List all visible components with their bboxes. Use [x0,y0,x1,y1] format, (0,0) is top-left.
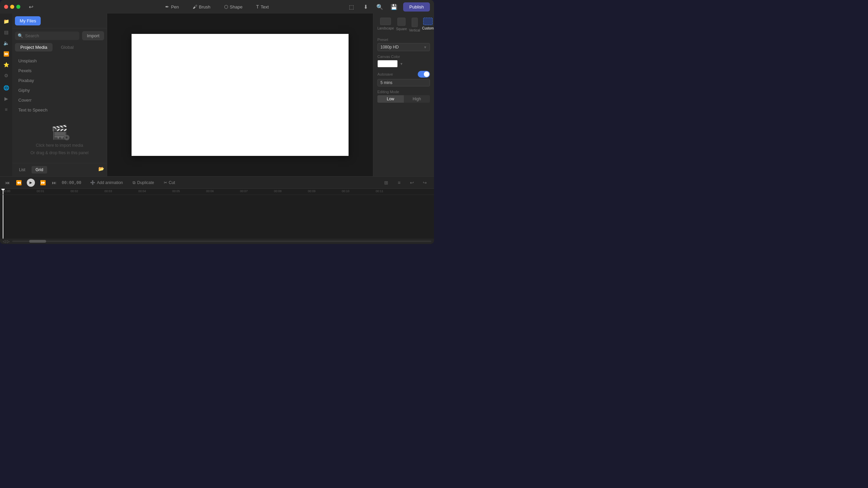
high-mode-button[interactable]: High [404,95,430,103]
search-icon: 🔍 [18,33,23,38]
scroll-track[interactable] [12,241,431,242]
timeline-toolbar: ⏮ ⏪ ▶ ⏩ ⏭ 00:00,00 ➕ Add animation ⧉ Dup… [0,177,434,189]
import-button[interactable]: Import [82,31,104,40]
preset-dropdown-arrow: ▼ [423,45,427,49]
autosave-toggle[interactable] [418,71,430,78]
step-back-button[interactable]: ⏪ [15,179,23,186]
low-mode-button[interactable]: Low [377,95,404,103]
tab-global[interactable]: Global [55,43,79,52]
pen-tool[interactable]: ✒ Pen [162,3,181,11]
traffic-lights [4,5,20,9]
preset-vertical[interactable]: Vertical [409,18,420,32]
preset-label: Preset [377,38,430,42]
sidebar-settings-icon[interactable]: ⚙ [1,70,11,81]
timeline-redo-icon[interactable]: ↪ [420,178,430,188]
autosave-time-dropdown[interactable]: 5 mins [377,79,430,86]
custom-shape [423,18,433,25]
canvas-area [107,14,373,176]
shape-tool[interactable]: ⬡ Shape [221,3,245,11]
preset-landscape[interactable]: Landscape [377,18,394,32]
my-files-button[interactable]: My Files [15,16,41,25]
color-control: ▼ [377,60,430,67]
toggle-knob [424,72,429,77]
timeline-grid-icon[interactable]: ⊞ [381,178,391,188]
sidebar-video-icon[interactable]: ⏩ [1,49,11,59]
source-giphy[interactable]: Giphy [15,86,104,95]
download-icon[interactable]: ⬇ [360,2,371,12]
search-icon[interactable]: 🔍 [375,2,385,12]
media-tabs: Project Media Global [12,43,107,54]
preset-custom[interactable]: Custom [422,18,434,32]
preset-dropdown[interactable]: 1080p HD ▼ [377,43,430,51]
panel-nav: My Files [12,14,107,28]
source-list: Unsplash Pexels Pixabay Giphy Coverr Tex… [12,54,107,117]
grid-view-button[interactable]: Grid [32,166,47,174]
sidebar-audio-icon[interactable]: 🔈 [1,38,11,48]
canvas [132,34,349,156]
timeline-undo-icon[interactable]: ↩ [407,178,417,188]
minimize-button[interactable] [10,5,14,9]
sidebar-globe-icon[interactable]: 🌐 [1,83,11,93]
time-display: 00:00,00 [62,180,81,185]
brush-label: Brush [199,4,211,9]
sidebar-layers-icon[interactable]: ▤ [1,27,11,37]
source-pexels[interactable]: Pexels [15,66,104,75]
back-icon[interactable]: ↩ [26,2,36,12]
playhead[interactable] [3,189,3,195]
cut-button[interactable]: ✂ Cut [162,179,177,186]
source-text-to-speech[interactable]: Text to Speech [15,105,104,115]
source-pixabay[interactable]: Pixabay [15,76,104,85]
editing-mode-setting: Editing Mode Low High [377,90,430,103]
ruler-mark-3: 00:03 [104,189,112,193]
source-coverr[interactable]: Coverr [15,96,104,105]
brush-icon: 🖌 [193,4,197,9]
canvas-color-swatch[interactable] [377,60,398,67]
skip-start-button[interactable]: ⏮ [4,179,11,186]
timeline-ruler: 00:00 00:01 00:02 00:03 00:04 00:05 00:0… [0,189,434,195]
tab-project-media[interactable]: Project Media [15,43,53,52]
zoom-out-button[interactable]: ◁ [3,239,5,244]
ruler-mark-8: 00:08 [274,189,282,193]
list-view-button[interactable]: List [15,166,29,174]
preset-value: 1080p HD [380,45,399,49]
sidebar-stack-icon[interactable]: ≡ [1,104,11,115]
play-button[interactable]: ▶ [27,179,35,187]
drop-text-line2: Or drag & drop files in this panel [31,150,88,155]
maximize-button[interactable] [16,5,20,9]
source-unsplash[interactable]: Unsplash [15,56,104,65]
text-icon: T [256,4,259,9]
skip-end-button[interactable]: ⏭ [51,179,58,186]
preset-icons-row: Landscape Square Vertical Custom [377,18,430,32]
timeline-filter-icon[interactable]: ≡ [394,178,404,188]
zoom-in-button[interactable]: ▷ [7,239,9,244]
step-forward-button[interactable]: ⏩ [39,179,47,186]
save-icon[interactable]: 💾 [389,2,399,12]
folder-icon[interactable]: 📂 [98,166,104,174]
close-button[interactable] [4,5,8,9]
landscape-shape [380,18,391,25]
ruler-mark-2: 00:02 [71,189,78,193]
custom-label: Custom [422,26,434,30]
brush-tool[interactable]: 🖌 Brush [190,3,213,11]
preset-setting: Preset 1080p HD ▼ [377,38,430,51]
scroll-thumb[interactable] [29,240,46,243]
sidebar-icons: 📁 ▤ 🔈 ⏩ ⭐ ⚙ 🌐 ▶ ≡ [0,14,12,176]
ruler-mark-4: 00:04 [138,189,146,193]
text-tool[interactable]: T Text [253,3,271,11]
shape-label: Shape [230,4,243,9]
search-input[interactable] [25,33,77,38]
search-box[interactable]: 🔍 [15,32,79,40]
sidebar-star-icon[interactable]: ⭐ [1,60,11,70]
ruler-mark-10: 00:10 [342,189,350,193]
publish-button[interactable]: Publish [403,2,430,12]
sidebar-files-icon[interactable]: 📁 [1,16,11,26]
preset-square[interactable]: Square [396,18,407,32]
main-window: ↩ ✒ Pen 🖌 Brush ⬡ Shape T Text ⬚ ⬇ 🔍 [0,0,434,244]
add-animation-button[interactable]: ➕ Add animation [88,179,125,186]
titlebar: ↩ ✒ Pen 🖌 Brush ⬡ Shape T Text ⬚ ⬇ 🔍 [0,0,434,14]
autosave-label: Autosave [377,72,393,76]
drop-zone[interactable]: 🎬 + Click here to import media Or drag &… [12,117,107,163]
duplicate-button[interactable]: ⧉ Duplicate [131,179,156,186]
cursor-icon[interactable]: ⬚ [346,2,356,12]
sidebar-youtube-icon[interactable]: ▶ [1,94,11,104]
